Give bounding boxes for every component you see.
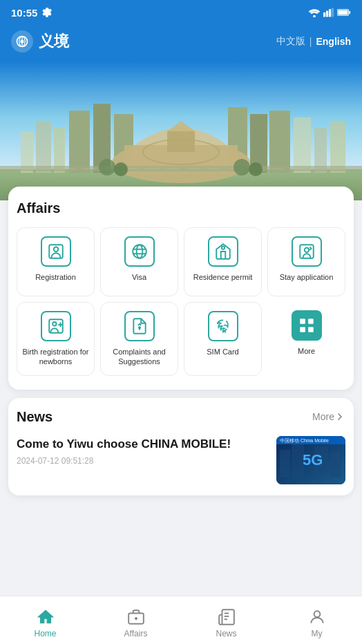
news-more-button[interactable]: More	[312, 411, 345, 422]
affairs-grid: Registration Visa	[17, 227, 345, 376]
complaints-label: Complaints and Suggestions	[104, 347, 175, 367]
svg-point-45	[304, 248, 309, 253]
lang-divider: |	[309, 36, 312, 47]
news-headline: Come to Yiwu choose CHINA MOBILE!	[17, 436, 268, 453]
svg-point-33	[99, 159, 115, 176]
svg-point-36	[249, 162, 263, 176]
nav-item-my[interactable]: My	[272, 596, 362, 644]
svg-rect-51	[300, 319, 305, 324]
home-nav-label: Home	[34, 629, 56, 638]
gear-icon	[41, 7, 53, 18]
svg-point-34	[114, 162, 128, 176]
wifi-icon	[308, 8, 321, 17]
svg-rect-59	[330, 451, 341, 477]
logo-icon	[11, 30, 33, 53]
svg-text:5G: 5G	[303, 451, 323, 468]
my-nav-label: My	[312, 629, 323, 638]
news-nav-label: News	[216, 629, 236, 638]
affairs-card: Affairs Registration	[8, 187, 354, 390]
news-section-title: News	[17, 409, 53, 425]
affairs-nav-icon	[127, 608, 145, 626]
affairs-item-complaints[interactable]: Complaints and Suggestions	[100, 302, 178, 376]
svg-point-38	[53, 247, 58, 252]
status-bar: 10:55	[0, 0, 362, 25]
visa-icon	[124, 236, 155, 267]
svg-rect-19	[330, 121, 345, 173]
app-logo-text: 义境	[39, 31, 69, 52]
chevron-right-icon	[334, 411, 345, 422]
svg-rect-25	[269, 111, 290, 173]
affairs-item-birth[interactable]: Birth registration for newborns	[17, 302, 95, 376]
svg-rect-3	[332, 8, 334, 17]
main-content: Affairs Registration	[0, 187, 362, 559]
news-header: News More	[17, 409, 345, 425]
affairs-item-stay[interactable]: Stay application	[267, 227, 345, 296]
affairs-item-sim[interactable]: SIM Card	[184, 302, 262, 376]
news-more-label: More	[312, 411, 334, 422]
svg-point-39	[133, 245, 146, 258]
battery-icon	[337, 8, 351, 17]
birth-label: Birth registration for newborns	[20, 347, 91, 367]
affairs-item-registration[interactable]: Registration	[17, 227, 95, 296]
stay-icon	[292, 236, 322, 267]
news-timestamp: 2024-07-12 09:51:28	[17, 456, 268, 466]
more-icon-box	[292, 310, 322, 341]
affairs-item-visa[interactable]: Visa	[100, 227, 178, 296]
svg-point-69	[314, 611, 320, 617]
news-nav-icon	[218, 608, 236, 626]
thumbnail-svg: 5G 中国移动 China Mobile	[276, 436, 345, 484]
affairs-item-residence[interactable]: Residence permit	[184, 227, 262, 296]
affairs-item-more[interactable]: More	[267, 302, 345, 376]
svg-rect-17	[294, 117, 311, 173]
nav-item-news[interactable]: News	[181, 596, 272, 644]
registration-label: Registration	[35, 272, 76, 282]
status-time-area: 10:55	[11, 7, 53, 19]
residence-icon	[208, 236, 238, 267]
svg-rect-14	[36, 121, 51, 173]
registration-icon	[41, 236, 71, 267]
brand-icon	[15, 35, 29, 48]
city-skyline-svg	[0, 62, 362, 200]
lang-chinese[interactable]: 中文版	[276, 35, 305, 48]
affairs-nav-label: Affairs	[124, 629, 148, 638]
svg-rect-44	[300, 245, 314, 258]
svg-rect-1	[326, 11, 328, 17]
signal-icon	[323, 8, 334, 17]
my-nav-icon	[308, 608, 326, 626]
status-time: 10:55	[11, 7, 37, 19]
residence-label: Residence permit	[193, 272, 253, 282]
nav-item-affairs[interactable]: Affairs	[90, 596, 181, 644]
news-thumbnail: 5G 中国移动 China Mobile	[276, 436, 345, 484]
svg-rect-54	[308, 327, 314, 332]
svg-rect-0	[323, 12, 325, 17]
birth-icon	[41, 311, 71, 341]
news-card: News More Come to Yiwu choose CHINA MOBI…	[8, 398, 354, 495]
visa-label: Visa	[132, 272, 146, 282]
news-item[interactable]: Come to Yiwu choose CHINA MOBILE! 2024-0…	[17, 436, 345, 484]
language-switcher[interactable]: 中文版 | English	[276, 35, 351, 48]
stay-label: Stay application	[280, 272, 334, 282]
svg-rect-56	[280, 450, 290, 477]
svg-point-47	[53, 322, 56, 325]
bottom-navigation: Home Affairs News	[0, 596, 362, 644]
more-label: More	[298, 346, 315, 356]
more-grid-icon	[298, 316, 316, 334]
content-padding	[0, 504, 362, 559]
svg-rect-2	[329, 9, 331, 17]
app-header: 义境 中文版 | English	[0, 25, 362, 62]
svg-point-40	[136, 245, 142, 258]
svg-rect-52	[308, 319, 314, 324]
nav-item-home[interactable]: Home	[0, 596, 90, 644]
complaints-icon	[124, 311, 155, 341]
svg-rect-29	[167, 131, 195, 152]
lang-english[interactable]: English	[316, 36, 351, 47]
sim-icon	[208, 311, 238, 341]
logo-area: 义境	[11, 30, 69, 53]
svg-rect-6	[338, 10, 347, 15]
svg-rect-5	[350, 11, 351, 14]
svg-rect-53	[300, 327, 305, 332]
svg-point-35	[234, 159, 250, 176]
sim-label: SIM Card	[207, 347, 238, 357]
svg-point-43	[221, 246, 224, 249]
status-icons	[308, 8, 351, 17]
